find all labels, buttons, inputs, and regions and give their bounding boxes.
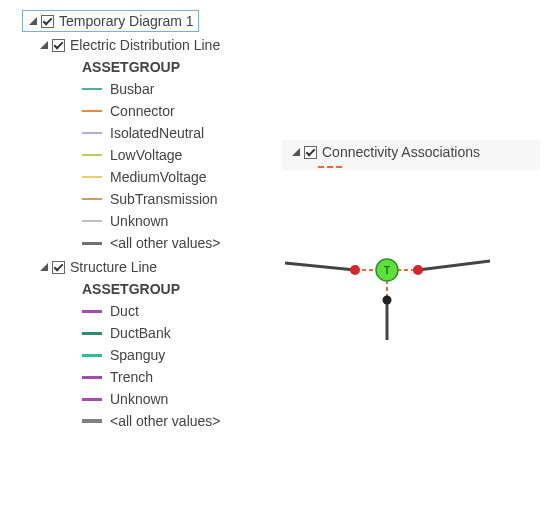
legend-label: LowVoltage [110, 147, 182, 163]
legend-item: MediumVoltage [38, 166, 280, 188]
line-swatch-icon [82, 332, 102, 335]
connectivity-panel: Connectivity Associations [282, 140, 540, 170]
root-label: Temporary Diagram 1 [59, 13, 194, 29]
legend-label: Connector [110, 103, 175, 119]
svg-text:T: T [384, 265, 390, 276]
network-diagram: T [280, 230, 510, 340]
legend-label: <all other values> [110, 235, 221, 251]
line-swatch-icon [82, 376, 102, 379]
line-swatch-icon [82, 398, 102, 401]
collapse-arrow-icon[interactable] [290, 146, 302, 158]
line-swatch-icon [82, 354, 102, 357]
connectivity-label: Connectivity Associations [322, 144, 480, 160]
layer-checkbox[interactable] [52, 39, 65, 52]
legend-label: IsolatedNeutral [110, 125, 204, 141]
legend-item: DuctBank [38, 322, 280, 344]
legend-label: MediumVoltage [110, 169, 207, 185]
line-swatch-icon [82, 310, 102, 313]
layer-node-structure[interactable]: Structure Line [38, 256, 280, 278]
line-swatch-icon [82, 419, 102, 423]
layer-checkbox[interactable] [52, 261, 65, 274]
svg-point-6 [350, 265, 360, 275]
layer-label: Electric Distribution Line [70, 37, 220, 53]
line-swatch-icon [82, 242, 102, 245]
connectivity-node[interactable]: Connectivity Associations [288, 142, 534, 162]
svg-point-8 [383, 296, 392, 305]
legend-item: Unknown [38, 210, 280, 232]
legend-label: Unknown [110, 391, 168, 407]
legend-item: Duct [38, 300, 280, 322]
legend-item: SubTransmission [38, 188, 280, 210]
connectivity-swatch-icon [318, 166, 342, 168]
svg-line-0 [285, 263, 355, 270]
legend-item: Trench [38, 366, 280, 388]
line-swatch-icon [82, 220, 102, 222]
layer-tree: Temporary Diagram 1 Electric Distributio… [10, 10, 280, 432]
line-swatch-icon [82, 154, 102, 156]
legend-item: <all other values> [38, 410, 280, 432]
legend-group-electric: BusbarConnectorIsolatedNeutralLowVoltage… [38, 78, 280, 254]
legend-item: <all other values> [38, 232, 280, 254]
legend-label: Spanguy [110, 347, 165, 363]
collapse-arrow-icon[interactable] [27, 15, 39, 27]
group-heading: ASSETGROUP [38, 278, 280, 300]
group-heading: ASSETGROUP [38, 56, 280, 78]
legend-label: Trench [110, 369, 153, 385]
line-swatch-icon [82, 132, 102, 134]
collapse-arrow-icon[interactable] [38, 261, 50, 273]
root-node[interactable]: Temporary Diagram 1 [22, 10, 199, 32]
legend-item: Spanguy [38, 344, 280, 366]
legend-label: Duct [110, 303, 139, 319]
legend-item: Unknown [38, 388, 280, 410]
line-swatch-icon [82, 88, 102, 90]
legend-label: Busbar [110, 81, 154, 97]
legend-item: IsolatedNeutral [38, 122, 280, 144]
layer-node-electric[interactable]: Electric Distribution Line [38, 34, 280, 56]
legend-label: SubTransmission [110, 191, 218, 207]
legend-label: <all other values> [110, 413, 221, 429]
svg-line-1 [418, 261, 490, 270]
legend-item: Connector [38, 100, 280, 122]
line-swatch-icon [82, 110, 102, 112]
line-swatch-icon [82, 176, 102, 178]
legend-group-structure: DuctDuctBankSpanguyTrenchUnknown<all oth… [38, 300, 280, 432]
svg-point-7 [413, 265, 423, 275]
connectivity-checkbox[interactable] [304, 146, 317, 159]
legend-label: DuctBank [110, 325, 171, 341]
legend-label: Unknown [110, 213, 168, 229]
collapse-arrow-icon[interactable] [38, 39, 50, 51]
root-checkbox[interactable] [41, 15, 54, 28]
legend-item: Busbar [38, 78, 280, 100]
line-swatch-icon [82, 198, 102, 200]
layer-label: Structure Line [70, 259, 157, 275]
legend-item: LowVoltage [38, 144, 280, 166]
